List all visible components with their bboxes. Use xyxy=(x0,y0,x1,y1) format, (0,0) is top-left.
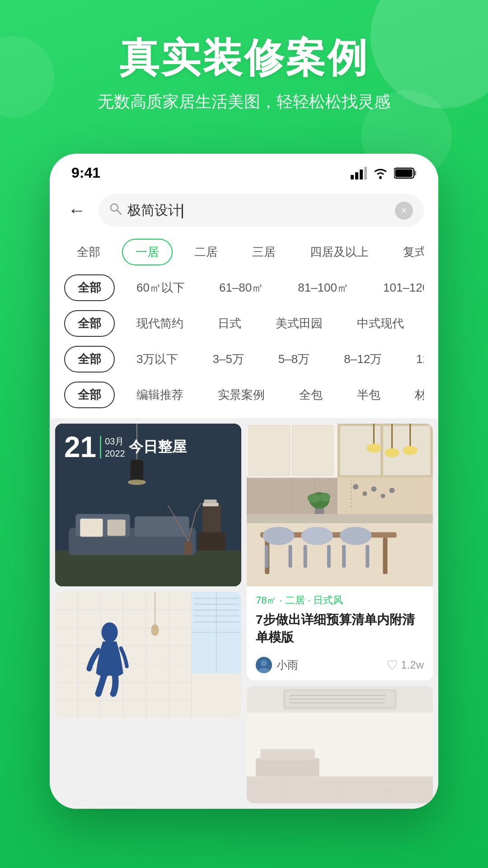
filter-half-package[interactable]: 半包 xyxy=(344,382,393,407)
filter-budget-3w[interactable]: 3万以下 xyxy=(124,347,191,372)
svg-point-63 xyxy=(366,443,381,453)
filter-3bedroom[interactable]: 三居 xyxy=(239,240,288,264)
filter-4plus-bedroom[interactable]: 四居及以上 xyxy=(297,240,381,264)
filter-row-budget: 全部 3万以下 3–5万 5–8万 8–12万 12+ xyxy=(64,341,424,377)
svg-rect-108 xyxy=(247,777,433,804)
filter-budget-12plus[interactable]: 12+ xyxy=(404,348,424,371)
svg-rect-19 xyxy=(203,503,219,506)
svg-rect-17 xyxy=(198,532,225,550)
svg-point-78 xyxy=(371,486,376,492)
filter-60sqm[interactable]: 60㎡以下 xyxy=(124,275,197,300)
svg-rect-11 xyxy=(55,550,241,586)
like-count: 1.2w xyxy=(401,659,424,671)
like-row: 1.2w xyxy=(386,659,424,671)
filter-budget-3-5w[interactable]: 3–5万 xyxy=(200,347,256,372)
svg-line-9 xyxy=(117,210,121,214)
svg-point-23 xyxy=(128,480,146,485)
svg-rect-3 xyxy=(364,167,367,179)
filter-chinese-modern[interactable]: 中式现代 xyxy=(344,311,417,336)
wifi-icon xyxy=(372,167,389,179)
left-column: 21 03月 2022 今日整屋 xyxy=(55,424,241,803)
svg-point-90 xyxy=(340,527,371,545)
svg-point-80 xyxy=(389,488,395,493)
svg-rect-83 xyxy=(383,538,387,574)
clear-search-button[interactable]: × xyxy=(395,202,413,220)
right-column: 78㎡ · 二居 · 日式风 7步做出详细预算清单内附清单模版 小雨 xyxy=(247,424,433,803)
filter-1bedroom[interactable]: 一居 xyxy=(122,239,173,265)
filter-all-area[interactable]: 全部 xyxy=(64,274,115,301)
svg-rect-22 xyxy=(130,460,144,482)
svg-rect-20 xyxy=(204,500,217,503)
svg-point-4 xyxy=(379,176,382,179)
author-avatar xyxy=(256,657,272,673)
svg-point-95 xyxy=(308,494,320,503)
today-feature-card[interactable]: 21 03月 2022 今日整屋 xyxy=(55,424,241,586)
svg-point-87 xyxy=(301,527,333,545)
filter-real-case[interactable]: 实景案例 xyxy=(205,382,277,407)
filter-modern-simple[interactable]: 现代简约 xyxy=(124,311,196,336)
svg-rect-7 xyxy=(395,169,413,177)
svg-rect-88 xyxy=(304,545,307,567)
tiled-room-card[interactable] xyxy=(55,592,241,718)
filter-all-types[interactable]: 全部 xyxy=(64,382,115,408)
filter-material[interactable]: 材料 xyxy=(402,382,424,407)
svg-rect-57 xyxy=(292,425,333,476)
filter-section: 全部 一居 二居 三居 四居及以上 复式 全部 60㎡以下 61–80㎡ 81–… xyxy=(50,234,438,418)
status-bar: 9:41 xyxy=(50,154,438,187)
filter-duplex[interactable]: 复式 xyxy=(390,240,424,264)
svg-point-84 xyxy=(263,527,294,545)
ceiling-bg xyxy=(247,686,433,803)
svg-rect-1 xyxy=(355,172,358,179)
filter-row-area: 全部 60㎡以下 61–80㎡ 81–100㎡ 101–120 xyxy=(64,270,424,306)
kitchen-card-footer: 小雨 1.2w xyxy=(247,653,433,680)
svg-point-65 xyxy=(403,446,418,455)
kitchen-card-tags: 78㎡ · 二居 · 日式风 xyxy=(256,594,424,607)
ceiling-room-card[interactable] xyxy=(247,686,433,803)
battery-icon xyxy=(394,167,417,179)
svg-rect-6 xyxy=(414,171,416,175)
filter-all-budgets[interactable]: 全部 xyxy=(64,346,115,373)
search-query: 极简设计 xyxy=(127,201,389,220)
search-icon xyxy=(109,203,122,218)
author-row: 小雨 xyxy=(256,657,298,673)
svg-point-98 xyxy=(261,660,267,666)
svg-rect-0 xyxy=(351,175,354,179)
filter-budget-8-12w[interactable]: 8–12万 xyxy=(331,347,394,372)
svg-rect-24 xyxy=(184,541,192,555)
back-button[interactable]: ← xyxy=(64,197,89,224)
today-month: 03月 xyxy=(105,435,125,448)
filter-editor-pick[interactable]: 编辑推荐 xyxy=(124,382,196,407)
kitchen-bg xyxy=(247,424,433,586)
filter-full-package[interactable]: 全包 xyxy=(286,382,335,407)
filter-61-80sqm[interactable]: 61–80㎡ xyxy=(206,275,276,300)
kitchen-card-title: 7步做出详细预算清单内附清单模版 xyxy=(256,611,424,646)
status-time: 9:41 xyxy=(71,165,100,181)
svg-point-96 xyxy=(319,493,330,502)
content-grid: 21 03月 2022 今日整屋 xyxy=(50,418,438,809)
filter-budget-5-8w[interactable]: 5–8万 xyxy=(266,347,322,372)
search-bar-row: ← 极简设计 × xyxy=(50,187,438,234)
svg-point-52 xyxy=(101,623,117,642)
svg-rect-115 xyxy=(256,759,319,777)
svg-point-79 xyxy=(380,494,385,498)
svg-rect-2 xyxy=(360,170,363,179)
hero-section: 真实装修案例 无数高质家居生活美图，轻轻松松找灵感 xyxy=(0,0,488,113)
filter-all-styles[interactable]: 全部 xyxy=(64,310,115,337)
filter-2bedroom[interactable]: 二居 xyxy=(182,240,230,264)
svg-rect-85 xyxy=(265,545,268,567)
filter-japanese[interactable]: 日式 xyxy=(205,311,254,336)
svg-rect-16 xyxy=(108,519,126,536)
today-badge: 21 03月 2022 今日整屋 xyxy=(64,433,187,462)
filter-american-garden[interactable]: 美式田园 xyxy=(263,311,335,336)
filter-all-rooms[interactable]: 全部 xyxy=(64,240,113,264)
status-icons xyxy=(351,167,417,179)
filter-101-120sqm[interactable]: 101–120 xyxy=(371,276,424,299)
svg-rect-56 xyxy=(249,425,290,476)
filter-81-100sqm[interactable]: 81–100㎡ xyxy=(285,275,361,300)
today-date-small: 03月 2022 xyxy=(105,435,125,459)
svg-point-76 xyxy=(353,484,358,490)
svg-rect-116 xyxy=(260,749,315,760)
search-input-container[interactable]: 极简设计 × xyxy=(99,194,424,227)
kitchen-card[interactable]: 78㎡ · 二居 · 日式风 7步做出详细预算清单内附清单模版 小雨 xyxy=(247,424,433,680)
filter-row-room-type: 全部 一居 二居 三居 四居及以上 复式 xyxy=(64,234,424,270)
